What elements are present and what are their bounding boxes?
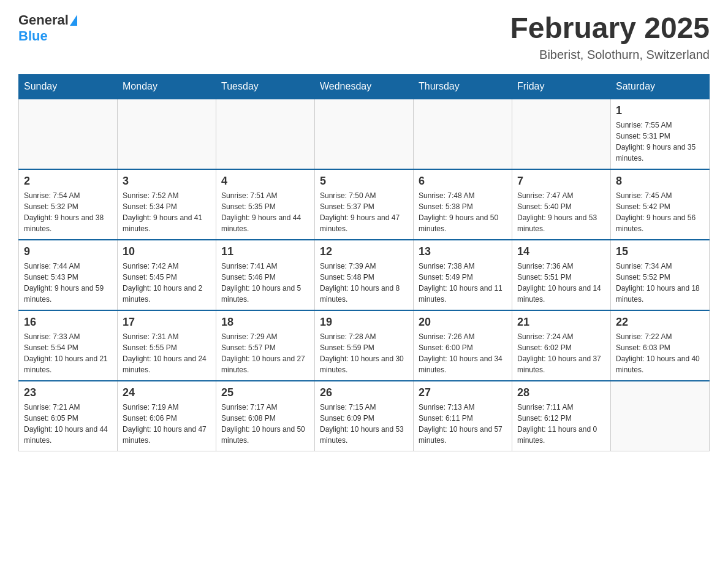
day-info: Sunrise: 7:24 AMSunset: 6:02 PMDaylight:… — [517, 331, 605, 375]
header-thursday: Thursday — [414, 74, 512, 99]
day-info: Sunrise: 7:54 AMSunset: 5:32 PMDaylight:… — [24, 190, 112, 234]
calendar-cell: 26Sunrise: 7:15 AMSunset: 6:09 PMDayligh… — [315, 381, 414, 451]
daylight-text: Daylight: 10 hours and 24 minutes. — [123, 354, 207, 374]
sunrise-text: Sunrise: 7:26 AM — [419, 332, 474, 341]
calendar-cell: 21Sunrise: 7:24 AMSunset: 6:02 PMDayligh… — [512, 310, 611, 381]
day-info: Sunrise: 7:26 AMSunset: 6:00 PMDaylight:… — [419, 331, 507, 375]
daylight-text: Daylight: 10 hours and 14 minutes. — [517, 284, 601, 304]
week-row-5: 23Sunrise: 7:21 AMSunset: 6:05 PMDayligh… — [19, 381, 710, 451]
sunset-text: Sunset: 5:46 PM — [221, 273, 276, 282]
sunset-text: Sunset: 6:12 PM — [517, 414, 572, 423]
day-number: 6 — [419, 175, 507, 188]
day-number: 7 — [517, 175, 605, 188]
logo-text: General — [18, 12, 78, 28]
day-number: 12 — [320, 245, 408, 258]
calendar-cell: 25Sunrise: 7:17 AMSunset: 6:08 PMDayligh… — [216, 381, 315, 451]
calendar-cell — [216, 99, 315, 169]
day-number: 17 — [123, 316, 211, 329]
header-sunday: Sunday — [19, 74, 118, 99]
logo-triangle-icon — [70, 15, 77, 26]
day-info: Sunrise: 7:33 AMSunset: 5:54 PMDaylight:… — [24, 331, 112, 375]
daylight-text: Daylight: 10 hours and 8 minutes. — [320, 284, 400, 304]
sunset-text: Sunset: 6:11 PM — [419, 414, 473, 423]
day-info: Sunrise: 7:13 AMSunset: 6:11 PMDaylight:… — [419, 402, 507, 446]
header-saturday: Saturday — [611, 74, 710, 99]
sunset-text: Sunset: 5:32 PM — [24, 202, 78, 211]
sunset-text: Sunset: 5:51 PM — [517, 273, 572, 282]
calendar-cell: 19Sunrise: 7:28 AMSunset: 5:59 PMDayligh… — [315, 310, 414, 381]
daylight-text: Daylight: 10 hours and 44 minutes. — [24, 425, 108, 445]
day-info: Sunrise: 7:48 AMSunset: 5:38 PMDaylight:… — [419, 190, 507, 234]
title-section: February 2025 Biberist, Solothurn, Switz… — [510, 12, 710, 62]
daylight-text: Daylight: 10 hours and 21 minutes. — [24, 354, 108, 374]
sunrise-text: Sunrise: 7:24 AM — [517, 332, 573, 341]
sunset-text: Sunset: 5:57 PM — [221, 343, 276, 352]
calendar-cell: 1Sunrise: 7:55 AMSunset: 5:31 PMDaylight… — [611, 99, 710, 169]
day-info: Sunrise: 7:11 AMSunset: 6:12 PMDaylight:… — [517, 402, 605, 446]
sunrise-text: Sunrise: 7:13 AM — [419, 403, 474, 412]
daylight-text: Daylight: 9 hours and 38 minutes. — [24, 213, 104, 233]
day-info: Sunrise: 7:19 AMSunset: 6:06 PMDaylight:… — [123, 402, 211, 446]
sunset-text: Sunset: 5:34 PM — [123, 202, 177, 211]
sunset-text: Sunset: 5:37 PM — [320, 202, 374, 211]
calendar-cell: 15Sunrise: 7:34 AMSunset: 5:52 PMDayligh… — [611, 240, 710, 310]
calendar-cell — [118, 99, 216, 169]
calendar-cell — [315, 99, 414, 169]
day-number: 14 — [517, 245, 605, 258]
daylight-text: Daylight: 10 hours and 47 minutes. — [123, 425, 207, 445]
calendar-cell: 5Sunrise: 7:50 AMSunset: 5:37 PMDaylight… — [315, 169, 414, 240]
daylight-text: Daylight: 10 hours and 34 minutes. — [419, 354, 502, 374]
calendar-cell: 24Sunrise: 7:19 AMSunset: 6:06 PMDayligh… — [118, 381, 216, 451]
calendar-cell: 13Sunrise: 7:38 AMSunset: 5:49 PMDayligh… — [414, 240, 512, 310]
calendar-cell — [512, 99, 611, 169]
day-info: Sunrise: 7:45 AMSunset: 5:42 PMDaylight:… — [616, 190, 704, 234]
calendar-cell: 16Sunrise: 7:33 AMSunset: 5:54 PMDayligh… — [19, 310, 118, 381]
sunset-text: Sunset: 5:52 PM — [616, 273, 670, 282]
daylight-text: Daylight: 9 hours and 47 minutes. — [320, 213, 400, 233]
day-number: 21 — [517, 316, 605, 329]
sunset-text: Sunset: 5:43 PM — [24, 273, 78, 282]
sunrise-text: Sunrise: 7:48 AM — [419, 191, 474, 200]
day-info: Sunrise: 7:39 AMSunset: 5:48 PMDaylight:… — [320, 261, 408, 305]
day-info: Sunrise: 7:15 AMSunset: 6:09 PMDaylight:… — [320, 402, 408, 446]
day-number: 8 — [616, 175, 704, 188]
logo-general-text: General — [18, 12, 69, 28]
day-number: 28 — [517, 386, 605, 399]
day-info: Sunrise: 7:38 AMSunset: 5:49 PMDaylight:… — [419, 261, 507, 305]
sunrise-text: Sunrise: 7:51 AM — [221, 191, 277, 200]
day-number: 10 — [123, 245, 211, 258]
sunset-text: Sunset: 5:35 PM — [221, 202, 276, 211]
sunrise-text: Sunrise: 7:21 AM — [24, 403, 80, 412]
sunrise-text: Sunrise: 7:19 AM — [123, 403, 178, 412]
sunset-text: Sunset: 5:48 PM — [320, 273, 374, 282]
calendar-cell: 4Sunrise: 7:51 AMSunset: 5:35 PMDaylight… — [216, 169, 315, 240]
sunrise-text: Sunrise: 7:54 AM — [24, 191, 80, 200]
header-wednesday: Wednesday — [315, 74, 414, 99]
calendar-table: Sunday Monday Tuesday Wednesday Thursday… — [18, 74, 710, 451]
sunset-text: Sunset: 6:09 PM — [320, 414, 374, 423]
day-info: Sunrise: 7:52 AMSunset: 5:34 PMDaylight:… — [123, 190, 211, 234]
calendar-cell: 12Sunrise: 7:39 AMSunset: 5:48 PMDayligh… — [315, 240, 414, 310]
day-info: Sunrise: 7:47 AMSunset: 5:40 PMDaylight:… — [517, 190, 605, 234]
day-number: 13 — [419, 245, 507, 258]
day-number: 2 — [24, 175, 112, 188]
calendar-cell: 8Sunrise: 7:45 AMSunset: 5:42 PMDaylight… — [611, 169, 710, 240]
calendar-cell: 17Sunrise: 7:31 AMSunset: 5:55 PMDayligh… — [118, 310, 216, 381]
sunrise-text: Sunrise: 7:22 AM — [616, 332, 672, 341]
week-row-4: 16Sunrise: 7:33 AMSunset: 5:54 PMDayligh… — [19, 310, 710, 381]
sunrise-text: Sunrise: 7:52 AM — [123, 191, 178, 200]
sunset-text: Sunset: 5:31 PM — [616, 132, 670, 140]
day-number: 3 — [123, 175, 211, 188]
daylight-text: Daylight: 9 hours and 53 minutes. — [517, 213, 597, 233]
calendar-cell — [414, 99, 512, 169]
sunrise-text: Sunrise: 7:17 AM — [221, 403, 277, 412]
day-info: Sunrise: 7:42 AMSunset: 5:45 PMDaylight:… — [123, 261, 211, 305]
daylight-text: Daylight: 10 hours and 2 minutes. — [123, 284, 202, 304]
sunrise-text: Sunrise: 7:15 AM — [320, 403, 376, 412]
sunrise-text: Sunrise: 7:41 AM — [221, 262, 277, 270]
header-friday: Friday — [512, 74, 611, 99]
daylight-text: Daylight: 9 hours and 35 minutes. — [616, 143, 696, 163]
sunset-text: Sunset: 5:59 PM — [320, 343, 374, 352]
calendar-cell: 6Sunrise: 7:48 AMSunset: 5:38 PMDaylight… — [414, 169, 512, 240]
sunrise-text: Sunrise: 7:34 AM — [616, 262, 672, 270]
